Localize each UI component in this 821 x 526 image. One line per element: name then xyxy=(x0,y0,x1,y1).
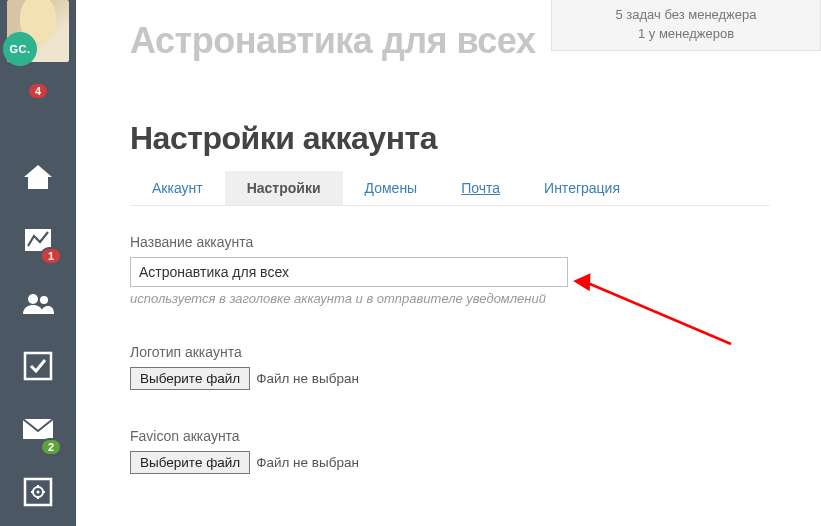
tab-account[interactable]: Аккаунт xyxy=(130,171,225,205)
page-title: Настройки аккаунта xyxy=(76,62,821,157)
favicon-label: Favicon аккаунта xyxy=(130,428,821,444)
account-name-label: Название аккаунта xyxy=(130,234,821,250)
banner-line2: 1 у менеджеров xyxy=(568,25,804,44)
nav-home[interactable] xyxy=(0,145,76,208)
sidebar: GC. 4 1 xyxy=(0,0,76,526)
badge-mail: 2 xyxy=(40,438,62,456)
main: 5 задач без менеджера 1 у менеджеров Аст… xyxy=(76,0,821,526)
nav-stats[interactable]: 1 xyxy=(0,208,76,271)
badge-tasks: 4 xyxy=(27,82,49,100)
safe-icon xyxy=(23,477,53,507)
logo-file-button[interactable]: Выберите файл xyxy=(130,367,250,390)
favicon-file-status: Файл не выбран xyxy=(256,455,359,470)
nav-users[interactable] xyxy=(0,271,76,334)
checkbox-icon xyxy=(23,351,53,381)
logo-label: Логотип аккаунта xyxy=(130,344,821,360)
tab-mail[interactable]: Почта xyxy=(439,171,522,205)
field-account-name: Название аккаунта используется в заголов… xyxy=(130,234,821,306)
home-icon xyxy=(22,163,54,191)
account-name-input[interactable] xyxy=(130,257,568,287)
tab-settings[interactable]: Настройки xyxy=(225,171,343,205)
banner-line1: 5 задач без менеджера xyxy=(568,6,804,25)
account-name-hint: используется в заголовке аккаунта и в от… xyxy=(130,291,821,306)
badge-stats: 1 xyxy=(40,247,62,265)
logo-file-status: Файл не выбран xyxy=(256,371,359,386)
nav-mail[interactable]: 2 xyxy=(0,397,76,460)
nav-tasks[interactable]: 4 xyxy=(0,82,76,145)
svg-rect-3 xyxy=(25,353,51,379)
mail-icon xyxy=(22,418,54,440)
field-favicon: Favicon аккаунта Выберите файл Файл не в… xyxy=(130,428,821,474)
svg-point-1 xyxy=(28,294,38,304)
svg-point-2 xyxy=(40,296,48,304)
nav-check[interactable] xyxy=(0,334,76,397)
avatar[interactable]: GC. xyxy=(0,0,76,62)
nav: 4 1 2 xyxy=(0,82,76,523)
svg-point-7 xyxy=(37,490,40,493)
field-logo: Логотип аккаунта Выберите файл Файл не в… xyxy=(130,344,821,390)
users-icon xyxy=(21,291,55,315)
tab-domains[interactable]: Домены xyxy=(343,171,440,205)
favicon-file-button[interactable]: Выберите файл xyxy=(130,451,250,474)
nav-safe[interactable] xyxy=(0,460,76,523)
gc-badge: GC. xyxy=(3,32,37,66)
tab-integration[interactable]: Интеграция xyxy=(522,171,642,205)
tabs: Аккаунт Настройки Домены Почта Интеграци… xyxy=(130,171,770,206)
task-banner[interactable]: 5 задач без менеджера 1 у менеджеров xyxy=(551,0,821,51)
